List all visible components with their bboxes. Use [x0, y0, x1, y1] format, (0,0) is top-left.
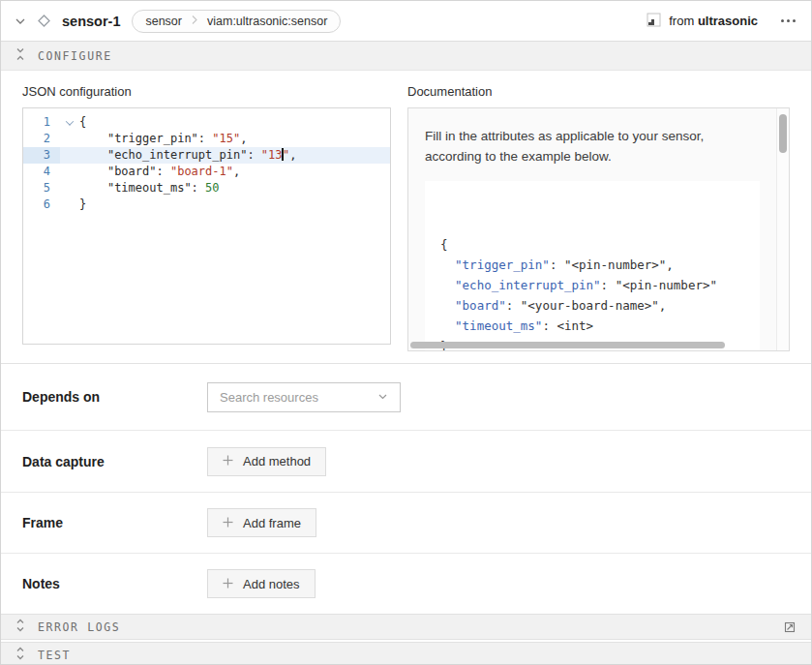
doc-code-lines: { "trigger_pin": "<pin-number>", "echo_i… [440, 234, 744, 351]
configure-section-body: JSON configuration 1{2 "trigger_pin": "1… [1, 71, 811, 363]
add-method-button[interactable]: Add method [207, 447, 326, 476]
module-name: ultrasonic [698, 14, 758, 28]
component-type-badge: sensor viam:ultrasonic:sensor [132, 10, 341, 33]
json-editor[interactable]: 1{2 "trigger_pin": "15",3 "echo_interrup… [22, 107, 391, 345]
module-icon [647, 13, 661, 30]
frame-label: Frame [22, 515, 207, 530]
add-method-button-label: Add method [243, 454, 311, 469]
test-section-bar[interactable]: TEST [1, 642, 811, 665]
more-options-menu[interactable] [779, 15, 797, 26]
depends-on-row: Depends on Search resources [1, 364, 811, 431]
test-section-label: TEST [38, 649, 71, 662]
line-number: 1 [23, 114, 60, 131]
from-text: from ultrasonic [669, 14, 758, 28]
plus-icon [223, 516, 233, 530]
panel-vertical-scrollbar-track [776, 108, 789, 350]
component-name: sensor-1 [62, 14, 120, 29]
chevron-right-icon [191, 15, 198, 28]
line-number: 5 [23, 180, 60, 196]
badge-model-label: viam:ultrasonic:sensor [207, 15, 327, 28]
add-frame-button-label: Add frame [243, 516, 301, 530]
unfold-more-icon [15, 647, 25, 663]
editor-line-2[interactable]: 2 "trigger_pin": "15", [23, 131, 390, 147]
unfold-more-icon [15, 619, 25, 635]
add-frame-button[interactable]: Add frame [207, 508, 316, 537]
component-header: sensor-1 sensor viam:ultrasonic:sensor f… [1, 1, 811, 42]
add-notes-button[interactable]: Add notes [207, 569, 316, 598]
fold-chevron-icon[interactable] [66, 117, 74, 125]
unfold-less-icon [15, 47, 25, 64]
configure-section-label: CONFIGURE [38, 49, 112, 63]
line-number: 2 [23, 131, 60, 147]
chevron-down-icon [377, 388, 388, 406]
plus-icon [223, 577, 233, 591]
depends-on-label: Depends on [22, 389, 207, 405]
editor-line-6[interactable]: 6} [23, 196, 390, 213]
line-number: 6 [23, 196, 60, 213]
json-editor-lines: 1{2 "trigger_pin": "15",3 "echo_interrup… [23, 114, 390, 213]
panel-vertical-scrollbar[interactable] [779, 114, 787, 153]
component-config-card: sensor-1 sensor viam:ultrasonic:sensor f… [0, 0, 812, 665]
line-number: 4 [23, 164, 60, 180]
data-capture-row: Data capture Add method [1, 431, 811, 493]
attribute-rows: Depends on Search resources Data capture… [1, 363, 811, 614]
editor-line-1[interactable]: 1{ [23, 114, 390, 131]
frame-row: Frame Add frame [1, 493, 811, 554]
editor-line-5[interactable]: 5 "timeout_ms": 50 [23, 180, 390, 196]
panel-horizontal-scrollbar[interactable] [410, 342, 725, 348]
doc-code-line: "board": "<your-board-name>", [440, 295, 744, 316]
data-capture-label: Data capture [22, 454, 207, 469]
notes-label: Notes [22, 576, 207, 591]
configure-section-bar[interactable]: CONFIGURE [1, 42, 811, 71]
badge-type-label: sensor [145, 15, 182, 28]
add-notes-button-label: Add notes [243, 577, 300, 591]
open-in-new-icon[interactable] [783, 620, 797, 634]
doc-code-line: "trigger_pin": "<pin-number>", [440, 255, 744, 275]
json-configuration-label: JSON configuration [22, 84, 391, 99]
search-resources-placeholder: Search resources [220, 390, 318, 405]
editor-line-4[interactable]: 4 "board": "board-1", [23, 164, 390, 180]
error-logs-section-label: ERROR LOGS [38, 620, 120, 634]
plus-icon [223, 454, 233, 469]
error-logs-section-bar[interactable]: ERROR LOGS [1, 614, 811, 640]
line-number: 3 [23, 147, 60, 164]
editor-line-3[interactable]: 3 "echo_interrupt_pin": "13", [23, 147, 390, 164]
doc-code-line: { [440, 234, 744, 255]
documentation-label: Documentation [407, 84, 790, 99]
doc-code-line: "echo_interrupt_pin": "<pin-number>" [440, 275, 744, 295]
notes-row: Notes Add notes [1, 554, 811, 614]
search-resources-select[interactable]: Search resources [207, 382, 401, 412]
documentation-panel: Fill in the attributes as applicable to … [407, 107, 790, 351]
documentation-code-block: { "trigger_pin": "<pin-number>", "echo_i… [425, 181, 760, 351]
from-module-link[interactable]: from ultrasonic [647, 13, 758, 30]
doc-code-line: "timeout_ms": <int> [440, 316, 744, 336]
component-diamond-icon [36, 13, 52, 29]
documentation-intro: Fill in the attributes as applicable to … [425, 126, 759, 166]
chevron-down-icon[interactable] [15, 15, 26, 27]
